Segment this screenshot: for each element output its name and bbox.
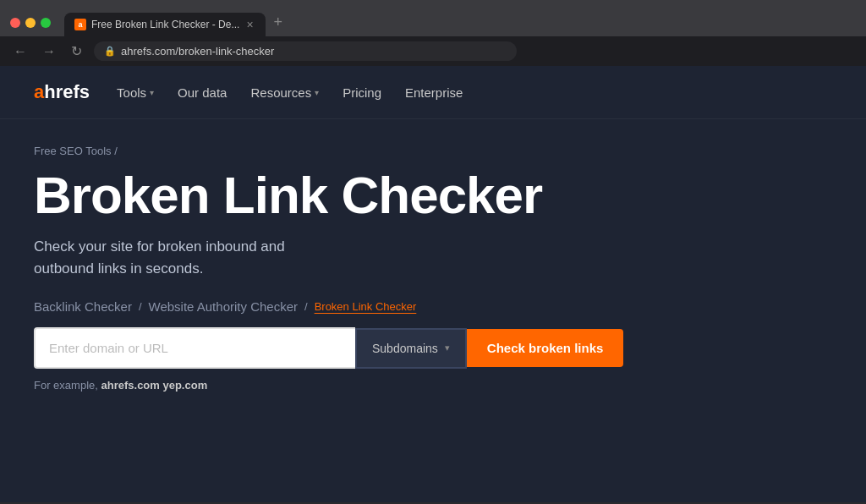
tab-favicon: a	[74, 19, 86, 30]
forward-button[interactable]: →	[39, 42, 59, 61]
breadcrumb: Free SEO Tools /	[34, 145, 832, 157]
hero-section: Free SEO Tools / Broken Link Checker Che…	[0, 119, 866, 502]
nav-our-data[interactable]: Our data	[178, 85, 227, 100]
close-button[interactable]	[10, 18, 20, 28]
separator-2: /	[304, 300, 308, 313]
logo-rest: hrefs	[44, 81, 90, 103]
tab-title: Free Broken Link Checker - De...	[91, 19, 239, 30]
resources-chevron-icon: ▾	[315, 88, 319, 97]
nav-enterprise[interactable]: Enterprise	[405, 85, 463, 100]
tab-bar: a Free Broken Link Checker - De... × +	[64, 8, 289, 36]
logo-a: a	[34, 81, 44, 103]
related-links: Backlink Checker / Website Authority Che…	[34, 299, 832, 314]
backlink-checker-link[interactable]: Backlink Checker	[34, 299, 132, 314]
maximize-button[interactable]	[41, 18, 51, 28]
active-tab[interactable]: a Free Broken Link Checker - De... ×	[64, 13, 266, 36]
example-sites: ahrefs.com yep.com	[101, 379, 208, 392]
search-row: Subdomains ▾ Check broken links	[34, 327, 832, 369]
lock-icon: 🔒	[104, 46, 116, 57]
tab-close-icon[interactable]: ×	[244, 18, 255, 31]
address-bar-row: ← → ↻ 🔒 ahrefs.com/broken-link-checker	[0, 36, 866, 66]
address-text: ahrefs.com/broken-link-checker	[121, 45, 274, 58]
back-button[interactable]: ←	[10, 42, 30, 61]
address-bar[interactable]: 🔒 ahrefs.com/broken-link-checker	[94, 41, 517, 61]
nav-links: Tools ▾ Our data Resources ▾ Pricing Ent…	[117, 85, 832, 100]
hero-subtitle: Check your site for broken inbound and o…	[34, 236, 389, 279]
url-input[interactable]	[34, 327, 355, 369]
tools-chevron-icon: ▾	[150, 88, 154, 97]
new-tab-button[interactable]: +	[267, 8, 290, 36]
nav-tools[interactable]: Tools ▾	[117, 85, 154, 100]
traffic-lights	[10, 18, 51, 28]
reload-button[interactable]: ↻	[68, 41, 85, 61]
example-text: For example, ahrefs.com yep.com	[34, 379, 832, 392]
logo[interactable]: ahrefs	[34, 81, 90, 103]
nav-resources[interactable]: Resources ▾	[250, 85, 319, 100]
separator-1: /	[139, 300, 142, 313]
subdomains-button[interactable]: Subdomains ▾	[355, 328, 467, 369]
page-title: Broken Link Checker	[34, 167, 832, 222]
main-nav: ahrefs Tools ▾ Our data Resources ▾ Pric…	[0, 66, 866, 119]
check-broken-links-button[interactable]: Check broken links	[467, 329, 624, 367]
website-authority-link[interactable]: Website Authority Checker	[149, 299, 298, 314]
page-content: ahrefs Tools ▾ Our data Resources ▾ Pric…	[0, 66, 866, 502]
nav-pricing[interactable]: Pricing	[343, 85, 381, 100]
subdomains-chevron-icon: ▾	[445, 342, 450, 353]
title-bar: a Free Broken Link Checker - De... × +	[0, 0, 866, 36]
broken-link-checker-link[interactable]: Broken Link Checker	[315, 300, 417, 313]
browser-chrome: a Free Broken Link Checker - De... × + ←…	[0, 0, 866, 66]
minimize-button[interactable]	[25, 18, 36, 28]
